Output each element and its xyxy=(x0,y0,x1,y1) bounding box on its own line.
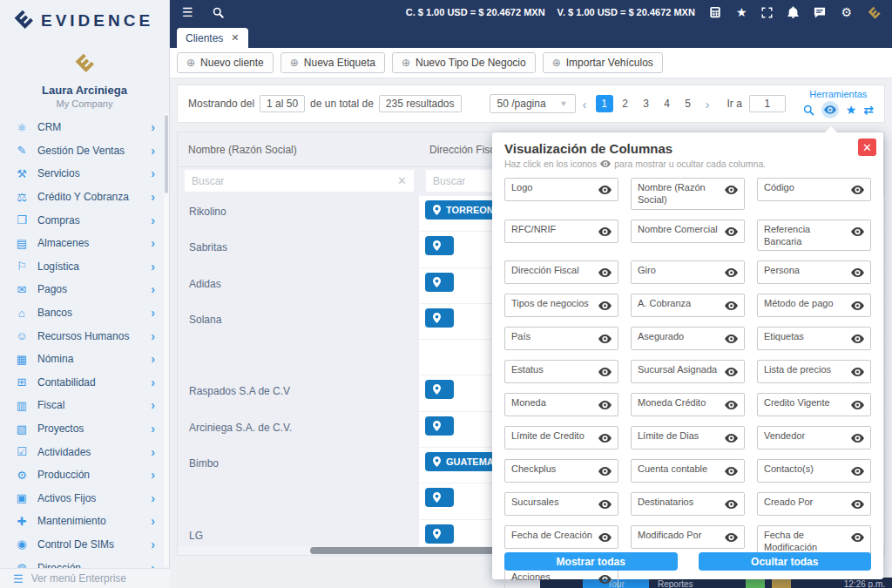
search-name-input[interactable] xyxy=(192,175,397,187)
eye-icon[interactable] xyxy=(598,497,612,512)
calculator-icon[interactable] xyxy=(709,6,721,18)
eye-icon[interactable] xyxy=(598,224,612,240)
sidebar-menu-item[interactable]: ▤ Almacenes › xyxy=(0,232,164,255)
column-toggle[interactable]: Límite de Credito xyxy=(504,426,618,449)
column-toggle[interactable]: Referencia Bancaria xyxy=(757,220,871,252)
toolbar-button[interactable]: ⊕ Importar Vehículos xyxy=(543,52,663,73)
eye-icon[interactable] xyxy=(598,530,612,545)
eye-icon[interactable] xyxy=(725,224,738,240)
eye-icon[interactable] xyxy=(598,265,612,280)
toolbar-button[interactable]: ⊕ Nueva Etiqueta xyxy=(280,52,385,73)
sidebar-menu-item[interactable]: ⚙ Producción › xyxy=(0,463,164,487)
search-tool-icon[interactable] xyxy=(803,105,814,116)
eye-icon[interactable] xyxy=(725,397,738,413)
page-number-2[interactable]: 2 xyxy=(617,95,634,112)
eye-icon[interactable] xyxy=(851,463,864,479)
column-toggle[interactable]: Contacto(s) xyxy=(757,459,871,483)
eye-icon[interactable] xyxy=(851,497,864,512)
eye-icon[interactable] xyxy=(598,182,612,198)
sidebar-menu-item[interactable]: ◉ Control De SIMs › xyxy=(0,533,164,557)
next-page-chevron[interactable]: › xyxy=(706,97,710,112)
column-toggle[interactable]: País xyxy=(504,327,618,350)
eye-icon[interactable] xyxy=(598,298,612,314)
tab-close-icon[interactable]: ✕ xyxy=(231,32,239,44)
sidebar-menu-item[interactable]: ⚒ Servicios › xyxy=(0,162,164,186)
eye-icon[interactable] xyxy=(851,530,864,554)
eye-icon[interactable] xyxy=(851,331,864,347)
column-toggle[interactable]: Nombre Comercial xyxy=(631,220,745,243)
chat-icon[interactable] xyxy=(814,7,826,18)
column-toggle[interactable]: Nombre (Razón Social) xyxy=(631,178,745,210)
column-toggle[interactable]: Credito Vigente xyxy=(757,393,871,416)
column-visibility-eye-icon[interactable] xyxy=(821,101,839,118)
sidebar-menu-item[interactable]: ❒ Compras › xyxy=(0,208,164,232)
sidebar-menu-item[interactable]: ⚐ Logística › xyxy=(0,255,164,279)
eye-icon[interactable] xyxy=(725,430,738,446)
page-number-5[interactable]: 5 xyxy=(679,95,697,112)
column-toggle[interactable]: Moneda xyxy=(504,393,618,416)
page-number-3[interactable]: 3 xyxy=(638,95,655,112)
column-header-name[interactable]: Nombre (Razón Social) xyxy=(178,132,419,166)
eye-icon[interactable] xyxy=(725,265,738,280)
column-toggle[interactable]: Dirección Fiscal xyxy=(504,260,618,284)
show-all-button[interactable]: Mostrar todas xyxy=(504,552,678,571)
sidebar-menu-item[interactable]: ▧ Proyectos › xyxy=(0,417,164,441)
column-toggle[interactable]: Tipos de negocios xyxy=(504,294,618,317)
address-badge[interactable] xyxy=(425,416,454,436)
column-toggle[interactable]: Destinatarios xyxy=(631,492,745,516)
eye-icon[interactable] xyxy=(725,331,738,347)
address-badge[interactable] xyxy=(425,308,454,328)
hide-all-button[interactable]: Ocultar todas xyxy=(699,552,872,571)
search-icon[interactable] xyxy=(213,7,224,18)
address-badge[interactable] xyxy=(425,236,454,255)
address-badge[interactable] xyxy=(425,488,454,507)
address-badge[interactable] xyxy=(425,273,454,292)
column-toggle[interactable]: Estatus xyxy=(504,360,618,383)
column-toggle[interactable]: A. Cobranza xyxy=(631,294,745,317)
sidebar-menu-item[interactable]: ☺ Recursos Humanos › xyxy=(0,324,164,348)
address-badge[interactable] xyxy=(425,524,454,544)
column-toggle[interactable]: Método de pago xyxy=(757,294,871,317)
eye-icon[interactable] xyxy=(851,430,864,446)
eye-icon[interactable] xyxy=(598,331,612,347)
prev-page-chevron[interactable]: ‹ xyxy=(583,97,587,112)
eye-icon[interactable] xyxy=(851,364,864,380)
eye-icon[interactable] xyxy=(725,364,738,380)
settings-gear-icon[interactable]: ⚙ xyxy=(841,5,852,19)
column-toggle[interactable]: Código xyxy=(757,178,871,201)
sidebar-menu-item[interactable]: ▦ Nómina › xyxy=(0,348,164,371)
sidebar-menu-item[interactable]: ✚ Mantenimiento › xyxy=(0,510,164,533)
page-number-1[interactable]: 1 xyxy=(596,95,613,112)
eye-icon[interactable] xyxy=(725,497,738,512)
column-toggle[interactable]: Límite de Dias xyxy=(631,426,745,449)
fullscreen-icon[interactable] xyxy=(761,7,773,18)
sidebar-menu-item[interactable]: ✎ Gestión De Ventas › xyxy=(0,139,164,163)
sidebar-menu-item[interactable]: ⚛ CRM › xyxy=(0,116,164,139)
column-toggle[interactable]: Vendedor xyxy=(757,426,871,449)
address-badge[interactable] xyxy=(425,380,454,399)
column-toggle[interactable]: Sucursales xyxy=(504,492,618,516)
eye-icon[interactable] xyxy=(725,463,738,479)
page-number-4[interactable]: 4 xyxy=(659,95,676,112)
column-toggle[interactable]: Creado Por xyxy=(757,492,871,516)
sidebar-menu-item[interactable]: ☑ Actividades › xyxy=(0,440,164,463)
eye-icon[interactable] xyxy=(851,265,864,280)
sidebar-menu-item[interactable]: ⚖ Crédito Y Cobranza › xyxy=(0,186,164,209)
column-toggle[interactable]: Sucursal Asignada xyxy=(631,360,745,383)
eye-icon[interactable] xyxy=(598,397,612,413)
column-toggle[interactable]: Etiquetas xyxy=(757,327,871,350)
sidebar-menu-item[interactable]: ⊞ Contabilidad › xyxy=(0,371,164,395)
eye-icon[interactable] xyxy=(725,530,738,545)
goto-page-input[interactable] xyxy=(749,95,786,112)
toolbar-button[interactable]: ⊕ Nuevo Tipo De Negocio xyxy=(392,52,536,73)
column-toggle[interactable]: Persona xyxy=(757,260,871,284)
eye-icon[interactable] xyxy=(851,182,864,198)
notifications-bell-icon[interactable] xyxy=(787,6,799,18)
column-toggle[interactable]: RFC/NRIF xyxy=(504,220,618,243)
eye-icon[interactable] xyxy=(725,182,738,206)
column-toggle[interactable]: Modificado Por xyxy=(631,525,745,549)
enterprise-menu-toggle[interactable]: ☰ Ver menú Enterprise xyxy=(0,568,170,588)
column-toggle[interactable]: Lista de precios xyxy=(757,360,871,383)
column-toggle[interactable]: Moneda Crédito xyxy=(631,393,745,416)
column-toggle[interactable]: Cuenta contable xyxy=(631,459,745,483)
